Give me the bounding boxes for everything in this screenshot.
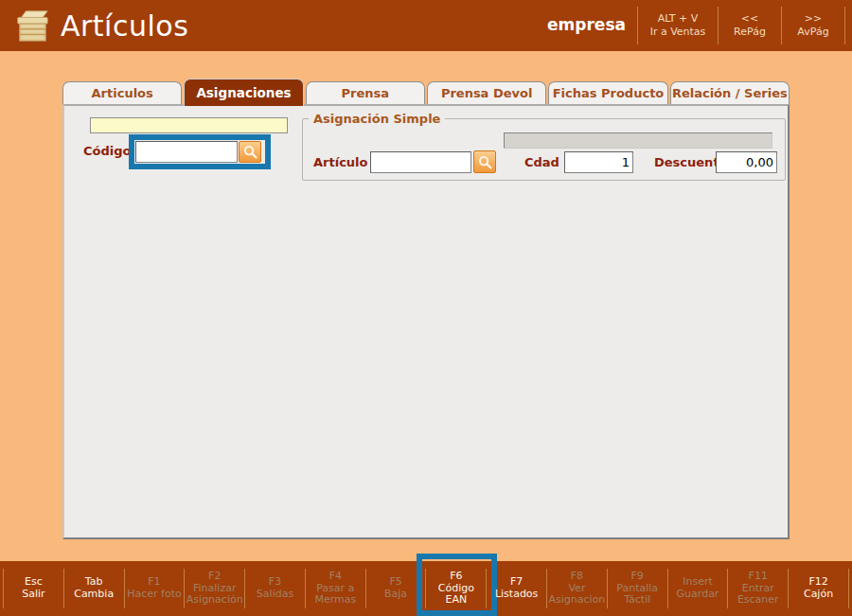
function-key[interactable]: F5 Baja	[366, 561, 426, 616]
tab-label: Relación / Series	[672, 86, 788, 100]
shortcut-label: AvPág	[782, 26, 844, 39]
function-key-name: F8	[571, 571, 583, 583]
company-name: empresa	[547, 15, 637, 36]
search-icon	[477, 154, 493, 170]
tab-label: Prensa	[342, 86, 390, 100]
group-title: Asignación Simple	[309, 112, 445, 126]
function-key-label: Baja	[384, 589, 407, 601]
shortcut-key: <<	[719, 12, 781, 26]
app-header: Artículos empresa ALT + V Ir a Ventas <<…	[0, 0, 852, 51]
tab[interactable]: Asignaciones	[184, 79, 303, 106]
tab[interactable]: Fichas Producto	[548, 81, 667, 104]
articulo-input[interactable]	[370, 151, 471, 173]
function-key-label: Pantalla Táctil	[608, 583, 666, 607]
articulo-search-button[interactable]	[473, 150, 496, 173]
crate-icon	[13, 7, 51, 44]
tab[interactable]: Articulos	[62, 81, 182, 104]
function-key-name: F6	[450, 571, 462, 583]
tab[interactable]: Relación / Series	[670, 81, 790, 104]
function-key-name: F2	[208, 571, 221, 583]
page-title: Artículos	[61, 9, 188, 43]
shortcut-key: >>	[782, 12, 844, 26]
tab-label: Prensa Devol	[441, 86, 533, 100]
function-key[interactable]: F6 Código EAN	[426, 561, 486, 616]
cdad-input[interactable]	[564, 151, 633, 173]
shortcut-key: ALT + V	[638, 12, 718, 26]
header-left: Artículos	[0, 7, 547, 44]
function-key[interactable]: F8 Ver Asignacion	[547, 561, 607, 616]
function-key[interactable]: F11 Entrar Escaner	[728, 561, 788, 616]
content-panel: Código Asignación Simple Artículo Cda	[62, 104, 790, 539]
header-shortcut-button[interactable]: << RePág	[719, 12, 781, 40]
function-key[interactable]: Tab Cambia	[64, 561, 124, 616]
articulo-description-field	[504, 132, 772, 149]
header-shortcut-button[interactable]: >> AvPág	[782, 12, 844, 40]
articulo-label: Artículo	[313, 155, 368, 169]
function-key-name: F11	[749, 571, 768, 583]
function-key[interactable]: F1 Hacer foto	[125, 561, 185, 616]
function-key-label: Guardar	[677, 589, 719, 601]
descuento-input[interactable]	[716, 151, 777, 173]
codigo-description-field	[90, 117, 288, 133]
header-shortcuts: empresa ALT + V Ir a Ventas << RePág	[547, 0, 852, 51]
tab[interactable]: Prensa	[306, 81, 425, 104]
function-key-label: Pasar a Mermas	[306, 583, 364, 607]
function-key-name: F4	[329, 571, 342, 583]
tab-label: Asignaciones	[196, 85, 291, 100]
function-key[interactable]: F12 Cajón	[789, 561, 848, 616]
function-key[interactable]: Esc Salir	[4, 561, 63, 616]
function-key-label: Listados	[495, 589, 538, 601]
shortcut-label: Ir a Ventas	[638, 26, 718, 39]
tab-label: Articulos	[92, 86, 153, 100]
codigo-search-button[interactable]	[239, 141, 261, 163]
function-key-label: Salir	[22, 589, 44, 601]
function-key[interactable]: F4 Pasar a Mermas	[306, 561, 365, 616]
header-separator	[844, 7, 845, 44]
articulos-screen: Artículos empresa ALT + V Ir a Ventas <<…	[0, 0, 852, 616]
function-key-label: Entrar Escaner	[729, 583, 788, 607]
function-key-label: Cajón	[804, 589, 833, 601]
function-key-bar: Esc Salir Tab Cambia F1 Hacer foto F2 Fi…	[0, 561, 852, 616]
tab-label: Fichas Producto	[553, 86, 665, 100]
function-key[interactable]: Insert Guardar	[668, 561, 728, 616]
search-icon	[242, 144, 258, 160]
function-key-label: Finalizar Asignación	[186, 583, 244, 607]
shortcut-label: RePág	[719, 26, 781, 39]
function-key[interactable]: F2 Finalizar Asignación	[185, 561, 244, 616]
function-key-label: Salidas	[257, 589, 293, 601]
function-key-label: Código EAN	[427, 583, 486, 607]
header-shortcut-button[interactable]: ALT + V Ir a Ventas	[638, 12, 718, 40]
cdad-label: Cdad	[524, 155, 559, 169]
tab-bar: Articulos Asignaciones Prensa Prensa Dev…	[62, 79, 790, 104]
function-key[interactable]: F7 Listados	[487, 561, 546, 616]
function-key-label: Ver Asignacion	[547, 583, 606, 607]
codigo-label: Código	[83, 144, 131, 158]
function-key[interactable]: F9 Pantalla Táctil	[608, 561, 667, 616]
codigo-highlight-box	[129, 134, 271, 169]
tab[interactable]: Prensa Devol	[427, 81, 546, 104]
function-key[interactable]: F3 Salidas	[245, 561, 305, 616]
codigo-input[interactable]	[135, 141, 238, 163]
function-key-label: Hacer foto	[127, 589, 182, 601]
function-key-name: F9	[631, 571, 644, 583]
function-key-label: Cambia	[74, 589, 114, 601]
asignacion-simple-group: Asignación Simple Artículo Cdad Descuent…	[302, 112, 786, 181]
function-bar-separator	[848, 569, 849, 608]
